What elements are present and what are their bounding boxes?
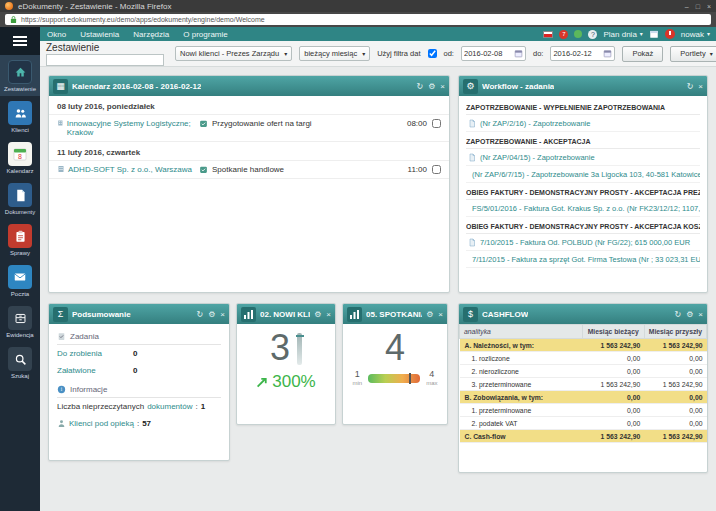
portlets-button[interactable]: Portlety▾ [670, 46, 716, 62]
calendar-event[interactable]: Innowacyjne Systemy Logistyczne; Kraków … [49, 115, 449, 142]
window-title: eDokumenty - Zestawienie - Mozilla Firef… [18, 2, 171, 11]
calendar-mini-icon[interactable] [649, 29, 659, 39]
sidebar-item-label: Szukaj [11, 373, 29, 379]
done-link[interactable]: Załatwione [57, 366, 133, 375]
portlet-header: $ CASHFLOW ↻ ⚙ × [459, 304, 707, 324]
sidebar-item-ewidencja[interactable]: Ewidencja [0, 301, 40, 342]
table-row: C. Cash-flow1 563 242,901 563 242,90 [460, 430, 707, 443]
menu-o-programie[interactable]: O programie [176, 30, 234, 39]
gear-icon[interactable]: ⚙ [314, 310, 321, 319]
close-icon[interactable]: × [220, 310, 225, 319]
cases-icon [8, 224, 32, 248]
workflow-task[interactable]: 7/10/2015 - Faktura Od. POLBUD (Nr FG/22… [466, 234, 700, 251]
view-select[interactable]: Nowi klienci - Prezes Zarządu▾ [175, 46, 292, 61]
maximize-button[interactable]: □ [696, 3, 700, 10]
workflow-task[interactable]: (Nr ZAP/2/16) - Zapotrzebowanie [466, 115, 700, 132]
calendar-mini-icon[interactable] [514, 49, 523, 58]
todo-link[interactable]: Do zrobienia [57, 349, 133, 358]
close-icon[interactable]: × [698, 82, 703, 91]
calendar-mini-icon[interactable] [603, 49, 612, 58]
close-button[interactable]: × [707, 3, 711, 10]
clients-care-link[interactable]: Klienci pod opieką [69, 419, 134, 428]
calendar-event[interactable]: ADHD-SOFT Sp. z o.o., Warszawa Spotkanie… [49, 161, 449, 179]
workflow-task[interactable]: (Nr ZAP/04/15) - Zapotrzebowanie [466, 149, 700, 166]
event-done-checkbox[interactable] [432, 165, 441, 174]
portlet-title: Workflow - zadania [482, 82, 554, 91]
portlet-header: ▦ Kalendarz 2016-02-08 - 2016-02-12 ↻ ⚙ … [49, 76, 449, 96]
logout-icon[interactable] [665, 29, 675, 39]
minimize-button[interactable]: – [685, 3, 689, 10]
gear-icon[interactable]: ⚙ [426, 310, 433, 319]
calendar-date-group: 08 luty 2016, poniedziałek [49, 96, 449, 115]
portlet-title: Podsumowanie [72, 310, 131, 319]
close-icon[interactable]: × [326, 310, 331, 319]
event-client-link[interactable]: ADHD-SOFT Sp. z o.o., Warszawa [68, 165, 192, 174]
arrow-up-icon [256, 376, 269, 389]
workflow-task[interactable]: (Nr ZAP/6/7/15) - Zapotrzebowanie 3a Lig… [466, 166, 700, 183]
plan-dnia-dropdown[interactable]: Plan dnia▾ [603, 30, 642, 39]
notifications-badge[interactable]: 7 [559, 30, 568, 39]
gear-icon[interactable]: ⚙ [686, 310, 693, 319]
portlet-title: Kalendarz 2016-02-08 - 2016-02-12 [72, 82, 201, 91]
event-done-checkbox[interactable] [432, 119, 441, 128]
portlet-title: 02. NOWI KLIE... [260, 310, 310, 319]
workflow-task[interactable]: 7/11/2015 - Faktura za sprzęt Got. Firma… [466, 251, 700, 268]
period-select[interactable]: bieżący miesiąc▾ [299, 46, 370, 61]
sidebar-item-poczta[interactable]: Poczta [0, 260, 40, 301]
clients-care-count: 57 [142, 419, 151, 428]
sidebar-item-kalendarz[interactable]: 8 Kalendarz [0, 137, 40, 178]
status-icon[interactable] [574, 30, 582, 38]
calendar-icon: 8 [8, 142, 32, 166]
gear-icon[interactable]: ⚙ [428, 82, 435, 91]
search-input[interactable] [46, 54, 164, 66]
kpi-gauge: 1 min 4 max [352, 370, 437, 386]
close-icon[interactable]: × [440, 82, 445, 91]
gauge-bar [368, 374, 420, 383]
refresh-icon[interactable]: ↻ [196, 310, 203, 319]
browser-window: eDokumenty - Zestawienie - Mozilla Firef… [0, 0, 716, 511]
cashflow-table: analityka Miesiąc bieżący Miesiąc przysz… [459, 324, 707, 443]
kpi-value: 3 [270, 330, 290, 366]
sidebar-item-szukaj[interactable]: Szukaj [0, 342, 40, 383]
menu-narzedzia[interactable]: Narzędzia [126, 30, 176, 39]
event-subject: Spotkanie handlowe [212, 165, 284, 174]
sidebar-item-dokumenty[interactable]: Dokumenty [0, 178, 40, 219]
bar-chart-icon [241, 307, 256, 322]
gauge-max-value: 4 [429, 370, 434, 380]
from-date-input[interactable] [464, 49, 512, 58]
to-date-input[interactable] [553, 49, 601, 58]
portlet-header: Σ Podsumowanie ↻ ⚙ × [49, 304, 229, 324]
help-icon[interactable]: ? [588, 30, 597, 39]
hamburger-menu-icon[interactable] [0, 27, 40, 55]
event-client-link[interactable]: Innowacyjne Systemy Logistyczne; Kraków [67, 119, 195, 137]
refresh-icon[interactable]: ↻ [687, 82, 694, 91]
address-bar[interactable]: https://support.edokumenty.eu/demo/apps/… [5, 14, 711, 25]
refresh-icon[interactable]: ↻ [416, 82, 423, 91]
portlet-cashflow: $ CASHFLOW ↻ ⚙ × analityka Miesiąc bieżą… [458, 303, 708, 473]
from-date-field [461, 46, 526, 61]
workflow-task[interactable]: FS/5/01/2016 - Faktura Got. Krakus Sp. z… [466, 200, 700, 217]
firefox-icon [5, 2, 13, 10]
refresh-icon[interactable]: ↻ [674, 310, 681, 319]
gauge-marker [409, 373, 411, 384]
documents-link[interactable]: dokumentów [147, 402, 192, 411]
column-header: Miesiąc przyszły [644, 325, 706, 339]
menu-okno[interactable]: Okno [40, 30, 73, 39]
menu-ustawienia[interactable]: Ustawienia [73, 30, 126, 39]
show-button[interactable]: Pokaż [622, 46, 663, 62]
event-type-icon [199, 165, 208, 174]
portlet-header: ⚙ Workflow - zadania ↻ × [459, 76, 707, 96]
close-icon[interactable]: × [698, 310, 703, 319]
chevron-down-icon: ▾ [640, 31, 643, 37]
info-section-header: i Informacje [57, 379, 221, 398]
sidebar-item-sprawy[interactable]: Sprawy [0, 219, 40, 260]
date-filter-checkbox[interactable] [428, 49, 437, 58]
user-menu[interactable]: nowak▾ [681, 30, 710, 39]
sidebar-item-zestawienie[interactable]: Zestawienie [0, 55, 40, 96]
event-subject: Przygotowanie ofert na targi [212, 119, 312, 128]
language-flag-icon[interactable] [543, 31, 553, 38]
gear-icon[interactable]: ⚙ [208, 310, 215, 319]
event-type-icon [199, 119, 208, 128]
sidebar-item-klienci[interactable]: Klienci [0, 96, 40, 137]
close-icon[interactable]: × [438, 310, 443, 319]
